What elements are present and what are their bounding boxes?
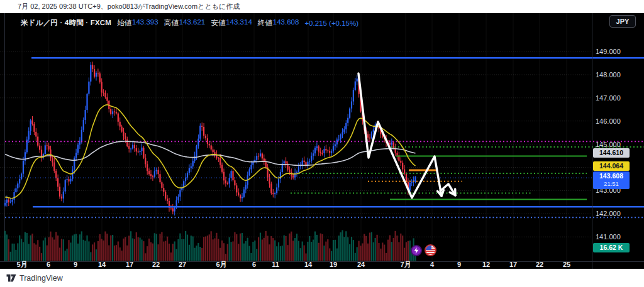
low-field: 安値 143.314: [211, 18, 252, 28]
svg-text:17: 17: [509, 261, 517, 268]
svg-text:4: 4: [430, 261, 435, 268]
lightning-icon[interactable]: [411, 245, 422, 256]
svg-text:141.000: 141.000: [596, 233, 621, 241]
svg-text:19: 19: [330, 261, 337, 268]
high-field: 高値 143.621: [164, 18, 206, 28]
svg-text:17: 17: [126, 261, 133, 268]
close-field: 終値 143.608: [258, 18, 299, 28]
symbol-title: 米ドル／円 · 4時間 · FXCM: [21, 18, 111, 28]
svg-text:7月: 7月: [400, 261, 411, 268]
svg-text:9: 9: [74, 261, 77, 268]
change-value: +0.215 (+0.15%): [304, 19, 358, 27]
svg-text:145.000: 145.000: [596, 141, 621, 148]
svg-text:25: 25: [563, 261, 570, 268]
price-chart[interactable]: 149.000148.000147.000146.000145.000143.0…: [0, 0, 644, 287]
white-ma-price-label: 144.610: [593, 148, 630, 158]
tradingview-logo-icon[interactable]: [6, 274, 16, 283]
svg-text:6月: 6月: [216, 261, 226, 268]
svg-text:12: 12: [482, 261, 490, 268]
svg-text:6: 6: [47, 261, 50, 268]
svg-text:6: 6: [252, 261, 256, 268]
svg-text:27: 27: [179, 261, 186, 268]
symbol-header: 米ドル／円 · 4時間 · FXCM 始値 143.393 高値 143.621…: [21, 18, 358, 28]
svg-text:22: 22: [152, 261, 160, 268]
svg-text:147.000: 147.000: [596, 94, 621, 102]
last-price-value: 143.608: [593, 172, 630, 180]
svg-text:24: 24: [357, 261, 365, 268]
svg-text:11: 11: [272, 261, 279, 268]
currency-button[interactable]: JPY: [609, 15, 636, 28]
svg-text:149.000: 149.000: [596, 48, 621, 55]
svg-text:5月: 5月: [16, 261, 27, 268]
svg-text:148.000: 148.000: [596, 71, 621, 79]
yellow-ma-price-label: 144.064: [593, 161, 630, 171]
open-field: 始値 143.393: [117, 18, 158, 28]
footer-bar: TradingView: [0, 269, 644, 287]
last-price-label: 143.608 21:51: [593, 171, 630, 189]
tradingview-wordmark[interactable]: TradingView: [19, 274, 63, 283]
us-flag-icon[interactable]: [425, 244, 436, 256]
svg-text:142.000: 142.000: [596, 210, 621, 217]
svg-text:14: 14: [304, 261, 313, 268]
volume-label: 16.62 K: [593, 243, 630, 252]
svg-text:22: 22: [536, 261, 543, 268]
svg-text:14: 14: [98, 261, 106, 268]
svg-text:146.000: 146.000: [596, 117, 621, 125]
bar-countdown: 21:51: [593, 180, 630, 188]
svg-text:9: 9: [457, 261, 461, 268]
